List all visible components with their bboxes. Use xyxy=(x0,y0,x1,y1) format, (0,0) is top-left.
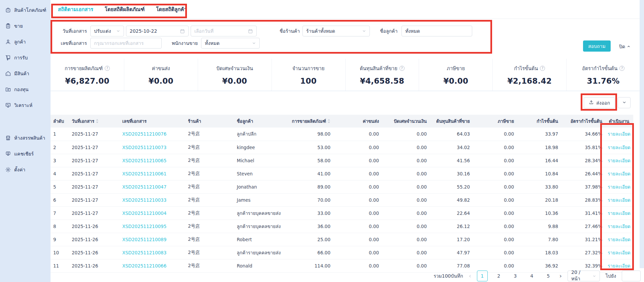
export-options-button[interactable] xyxy=(618,97,631,108)
goto-page-input[interactable] xyxy=(622,271,641,281)
sidebar-item-2[interactable]: ขาย xyxy=(0,18,51,34)
page-number-3[interactable]: 3 xyxy=(510,271,521,281)
date-start-input[interactable] xyxy=(126,26,189,36)
doc-no-label: เลขที่เอกสาร xyxy=(51,39,87,47)
doc-number-link[interactable]: XSD202511210066 xyxy=(122,263,166,269)
sidebar-item-1[interactable]: สินค้าโภคภัณฑ์ xyxy=(0,2,51,18)
cell-value: 2号店 xyxy=(188,223,200,229)
cell-value: 5 xyxy=(53,184,56,190)
cell-value: 0.00 xyxy=(417,184,427,190)
customer-input[interactable] xyxy=(401,26,472,36)
doc-number-link[interactable]: XSD202511210095 xyxy=(122,224,166,229)
detail-link[interactable]: รายละเอียด xyxy=(608,158,631,163)
doc-number-link[interactable]: XSD202511210083 xyxy=(122,250,166,255)
cell-value: 0.00 xyxy=(369,184,379,190)
cell-value: 0.00 xyxy=(504,237,514,242)
cell-value: 2025-11-27 xyxy=(72,145,98,150)
sidebar-item-8[interactable]: ห้างสรรพสินค้า xyxy=(0,130,51,146)
store-select[interactable]: ร้านค้าทั้งหมด xyxy=(302,26,370,36)
date-end-value[interactable] xyxy=(194,28,246,34)
page-number-1[interactable]: 1 xyxy=(477,271,488,281)
date-mode-select[interactable]: ปรับแต่ง xyxy=(90,26,124,36)
table-header-row: ลำดับวันที่เอกสารเลขที่เอกสารร้านค้าชื่อ… xyxy=(51,115,633,128)
cell-value: 0.00 xyxy=(369,263,379,269)
cell-value: 34.66% xyxy=(585,131,602,137)
page-number-5[interactable]: 5 xyxy=(543,271,554,281)
doc-number-link[interactable]: XSD202511210065 xyxy=(122,158,166,163)
sidebar-item-10[interactable]: ตั้งค่า xyxy=(0,162,51,177)
salesman-select[interactable]: ทั้งหมด xyxy=(201,38,260,49)
sidebar-item-7[interactable]: วิเคราะห์ xyxy=(0,97,51,113)
cell-value: ลูกค้ารายบุคคลขายส่ง xyxy=(237,210,281,216)
cell-value: 32.39% xyxy=(585,263,602,269)
page-number-4[interactable]: 4 xyxy=(526,271,537,281)
prev-page-arrow[interactable]: ‹ xyxy=(469,273,471,279)
cell-value: ลูกค้ารายบุคคลขายส่ง xyxy=(237,250,281,255)
detail-link[interactable]: รายละเอียด xyxy=(608,145,631,150)
card-value: ¥0.00 xyxy=(222,77,247,85)
cell-value: Ronald xyxy=(237,263,252,269)
cell-value: Michael xyxy=(237,158,254,163)
page-size-select[interactable]: 20 / หน้า xyxy=(568,271,600,281)
sidebar-item-5[interactable]: มีสินค้า xyxy=(0,65,51,81)
tab-2[interactable]: โดยสถิติผลิตภัณฑ์ xyxy=(105,5,145,13)
cell-value: 0.00 xyxy=(504,171,514,176)
detail-link[interactable]: รายละเอียด xyxy=(608,131,631,137)
customer-value[interactable] xyxy=(405,28,469,34)
sidebar-item-3[interactable]: ลูกค้า xyxy=(0,34,51,50)
detail-link[interactable]: รายละเอียด xyxy=(608,210,631,216)
doc-number-link[interactable]: XSD202511210004 xyxy=(122,210,166,216)
detail-link[interactable]: รายละเอียด xyxy=(608,184,631,190)
column-header[interactable]: วันที่เอกสาร xyxy=(69,115,120,128)
column-header: ภาษีขาย xyxy=(473,115,517,128)
help-icon[interactable]: ? xyxy=(105,66,110,71)
cell-value: 10.36 xyxy=(545,210,558,216)
cell-value: 0.00 xyxy=(369,237,379,242)
help-icon[interactable]: ? xyxy=(540,66,545,71)
card-value: ¥2,168.42 xyxy=(508,77,552,85)
cell-value: 9 xyxy=(53,237,56,242)
cell-value: 11 xyxy=(53,263,59,269)
summary-card: ภาษีขาย¥0.00 xyxy=(419,59,493,91)
sidebar-item-9[interactable]: แคชเชียร์ xyxy=(0,146,51,162)
tab-1[interactable]: สถิติตามเอกสาร xyxy=(58,5,93,13)
next-page-arrow[interactable]: › xyxy=(559,273,562,279)
date-end-input[interactable] xyxy=(191,26,257,36)
sidebar-item-4[interactable]: การรับ xyxy=(0,50,51,65)
store-value: ร้านค้าทั้งหมด xyxy=(306,27,335,35)
doc-no-value[interactable] xyxy=(94,40,158,46)
column-header[interactable]: การขายผลิตภัณฑ์ xyxy=(286,115,333,128)
help-icon[interactable]: ? xyxy=(619,66,624,71)
date-start-value[interactable] xyxy=(130,28,178,34)
detail-link[interactable]: รายละเอียด xyxy=(608,171,631,176)
cell-value: 22.64 xyxy=(457,210,470,216)
detail-link[interactable]: รายละเอียด xyxy=(608,250,631,255)
page-scroll-track[interactable] xyxy=(640,0,644,268)
summary-card: การขายผลิตภัณฑ์?¥6,827.00 xyxy=(51,59,124,91)
detail-link[interactable]: รายละเอียด xyxy=(608,263,631,269)
sidebar-item-6[interactable]: กองทุน xyxy=(0,81,51,97)
cell-value: 89.00 xyxy=(317,184,330,190)
main-content: สถิติตามเอกสารโดยสถิติผลิตภัณฑ์โดยสถิติล… xyxy=(51,0,644,282)
export-button[interactable]: ส่งออก xyxy=(584,97,615,108)
query-button[interactable]: สอบถาม xyxy=(583,40,611,52)
doc-no-input[interactable] xyxy=(90,38,162,49)
mall-icon xyxy=(5,135,11,141)
doc-number-link[interactable]: XSD202511210047 xyxy=(122,184,166,190)
doc-number-link[interactable]: XSD202511210089 xyxy=(122,237,166,242)
page-number-2[interactable]: 2 xyxy=(493,271,504,281)
doc-number-link[interactable]: XSD202511210061 xyxy=(122,171,166,176)
help-icon[interactable]: ? xyxy=(399,66,405,71)
table-row: 102025-11-26XSD2025112100832号店ลูกค้ารายบ… xyxy=(51,246,633,259)
doc-number-link[interactable]: XSD202511210033 xyxy=(122,197,166,203)
detail-link[interactable]: รายละเอียด xyxy=(608,224,631,229)
doc-number-link[interactable]: XSD202511210076 xyxy=(122,131,166,137)
sidebar-item-label: กองทุน xyxy=(14,86,29,93)
detail-link[interactable]: รายละเอียด xyxy=(608,237,631,242)
collapse-toggle[interactable]: ปิด xyxy=(619,43,631,50)
column-header: ชื่อลูกค้า xyxy=(234,115,286,128)
doc-number-link[interactable]: XSD202511210073 xyxy=(122,145,166,150)
detail-link[interactable]: รายละเอียด xyxy=(608,197,631,203)
card-label: ค่าขนส่ง xyxy=(152,64,170,72)
tab-3[interactable]: โดยสถิติลูกค้า xyxy=(156,5,187,13)
